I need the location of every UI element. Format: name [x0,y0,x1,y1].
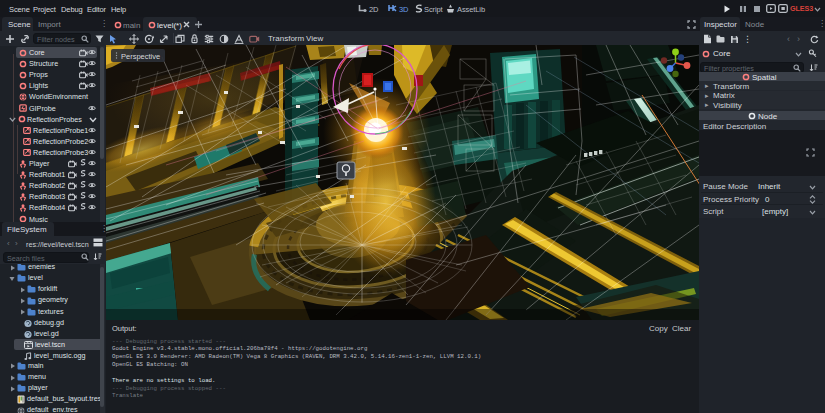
svg-text:Perspective: Perspective [121,52,160,61]
